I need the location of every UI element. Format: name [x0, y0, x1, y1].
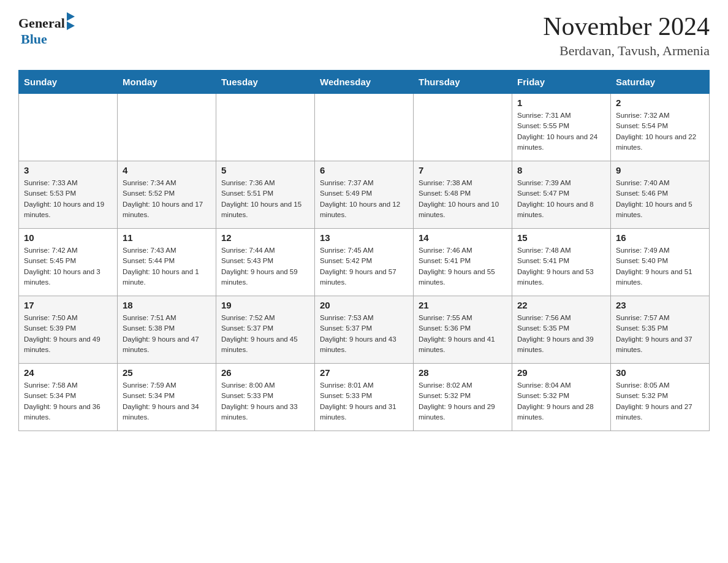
logo: General Blue: [18, 12, 75, 47]
calendar-cell: 23Sunrise: 7:57 AM Sunset: 5:35 PM Dayli…: [611, 296, 710, 364]
calendar-cell: [216, 94, 315, 161]
calendar-cell: 4Sunrise: 7:34 AM Sunset: 5:52 PM Daylig…: [118, 161, 216, 229]
day-info: Sunrise: 8:05 AM Sunset: 5:32 PM Dayligh…: [616, 380, 704, 423]
day-number: 21: [419, 300, 507, 310]
day-number: 9: [616, 165, 704, 175]
calendar-week-row: 1Sunrise: 7:31 AM Sunset: 5:55 PM Daylig…: [19, 94, 710, 161]
day-number: 12: [221, 232, 309, 243]
day-number: 23: [616, 300, 704, 310]
calendar-cell: 5Sunrise: 7:36 AM Sunset: 5:51 PM Daylig…: [216, 161, 315, 229]
day-info: Sunrise: 7:46 AM Sunset: 5:41 PM Dayligh…: [419, 245, 507, 288]
calendar-cell: 28Sunrise: 8:02 AM Sunset: 5:32 PM Dayli…: [414, 364, 512, 431]
day-info: Sunrise: 8:02 AM Sunset: 5:32 PM Dayligh…: [419, 380, 507, 423]
day-info: Sunrise: 7:37 AM Sunset: 5:49 PM Dayligh…: [320, 178, 408, 220]
day-number: 19: [221, 300, 309, 310]
calendar-cell: 18Sunrise: 7:51 AM Sunset: 5:38 PM Dayli…: [118, 296, 216, 364]
day-number: 16: [616, 232, 704, 243]
title-block: November 2024 Berdavan, Tavush, Armenia: [543, 12, 710, 59]
day-number: 13: [320, 232, 408, 243]
logo-general-text: General: [18, 15, 65, 31]
day-number: 20: [320, 300, 408, 310]
calendar-cell: 27Sunrise: 8:01 AM Sunset: 5:33 PM Dayli…: [315, 364, 414, 431]
calendar-cell: [118, 94, 216, 161]
day-number: 6: [320, 165, 408, 175]
day-info: Sunrise: 7:42 AM Sunset: 5:45 PM Dayligh…: [24, 245, 112, 288]
logo-blue-text: Blue: [21, 31, 47, 47]
calendar-cell: 24Sunrise: 7:58 AM Sunset: 5:34 PM Dayli…: [19, 364, 118, 431]
calendar-cell: 30Sunrise: 8:05 AM Sunset: 5:32 PM Dayli…: [611, 364, 710, 431]
page-subtitle: Berdavan, Tavush, Armenia: [543, 43, 710, 59]
day-info: Sunrise: 7:34 AM Sunset: 5:52 PM Dayligh…: [123, 178, 211, 220]
calendar-cell: 21Sunrise: 7:55 AM Sunset: 5:36 PM Dayli…: [414, 296, 512, 364]
day-number: 5: [221, 165, 309, 175]
calendar-cell: 9Sunrise: 7:40 AM Sunset: 5:46 PM Daylig…: [611, 161, 710, 229]
day-number: 10: [24, 232, 112, 243]
day-number: 29: [517, 367, 605, 378]
day-number: 2: [616, 98, 704, 108]
day-info: Sunrise: 7:49 AM Sunset: 5:40 PM Dayligh…: [616, 245, 704, 288]
calendar-cell: 15Sunrise: 7:48 AM Sunset: 5:41 PM Dayli…: [512, 229, 611, 296]
calendar-cell: 13Sunrise: 7:45 AM Sunset: 5:42 PM Dayli…: [315, 229, 414, 296]
day-info: Sunrise: 7:57 AM Sunset: 5:35 PM Dayligh…: [616, 313, 704, 355]
day-number: 28: [419, 367, 507, 378]
day-info: Sunrise: 7:52 AM Sunset: 5:37 PM Dayligh…: [221, 313, 309, 355]
calendar-cell: 29Sunrise: 8:04 AM Sunset: 5:32 PM Dayli…: [512, 364, 611, 431]
day-number: 11: [123, 232, 211, 243]
day-number: 22: [517, 300, 605, 310]
day-number: 4: [123, 165, 211, 175]
calendar-cell: 16Sunrise: 7:49 AM Sunset: 5:40 PM Dayli…: [611, 229, 710, 296]
day-number: 26: [221, 367, 309, 378]
day-info: Sunrise: 7:39 AM Sunset: 5:47 PM Dayligh…: [517, 178, 605, 220]
day-info: Sunrise: 8:01 AM Sunset: 5:33 PM Dayligh…: [320, 380, 408, 423]
calendar-cell: 11Sunrise: 7:43 AM Sunset: 5:44 PM Dayli…: [118, 229, 216, 296]
day-number: 27: [320, 367, 408, 378]
calendar-cell: 14Sunrise: 7:46 AM Sunset: 5:41 PM Dayli…: [414, 229, 512, 296]
day-info: Sunrise: 7:43 AM Sunset: 5:44 PM Dayligh…: [123, 245, 211, 288]
day-info: Sunrise: 7:33 AM Sunset: 5:53 PM Dayligh…: [24, 178, 112, 220]
calendar-cell: 12Sunrise: 7:44 AM Sunset: 5:43 PM Dayli…: [216, 229, 315, 296]
calendar-week-row: 24Sunrise: 7:58 AM Sunset: 5:34 PM Dayli…: [19, 364, 710, 431]
day-number: 18: [123, 300, 211, 310]
calendar-cell: 20Sunrise: 7:53 AM Sunset: 5:37 PM Dayli…: [315, 296, 414, 364]
day-info: Sunrise: 7:32 AM Sunset: 5:54 PM Dayligh…: [616, 110, 704, 153]
calendar-cell: 10Sunrise: 7:42 AM Sunset: 5:45 PM Dayli…: [19, 229, 118, 296]
header-saturday: Saturday: [611, 71, 710, 94]
day-info: Sunrise: 8:04 AM Sunset: 5:32 PM Dayligh…: [517, 380, 605, 423]
day-info: Sunrise: 7:51 AM Sunset: 5:38 PM Dayligh…: [123, 313, 211, 355]
header-tuesday: Tuesday: [216, 71, 315, 94]
day-info: Sunrise: 7:50 AM Sunset: 5:39 PM Dayligh…: [24, 313, 112, 355]
calendar-cell: 2Sunrise: 7:32 AM Sunset: 5:54 PM Daylig…: [611, 94, 710, 161]
day-number: 17: [24, 300, 112, 310]
calendar-cell: 8Sunrise: 7:39 AM Sunset: 5:47 PM Daylig…: [512, 161, 611, 229]
day-info: Sunrise: 8:00 AM Sunset: 5:33 PM Dayligh…: [221, 380, 309, 423]
day-info: Sunrise: 7:45 AM Sunset: 5:42 PM Dayligh…: [320, 245, 408, 288]
calendar-cell: 25Sunrise: 7:59 AM Sunset: 5:34 PM Dayli…: [118, 364, 216, 431]
calendar-header-row: SundayMondayTuesdayWednesdayThursdayFrid…: [19, 71, 710, 94]
header-wednesday: Wednesday: [315, 71, 414, 94]
day-number: 7: [419, 165, 507, 175]
header-friday: Friday: [512, 71, 611, 94]
header-monday: Monday: [118, 71, 216, 94]
calendar-cell: 26Sunrise: 8:00 AM Sunset: 5:33 PM Dayli…: [216, 364, 315, 431]
calendar-cell: [19, 94, 118, 161]
calendar-week-row: 3Sunrise: 7:33 AM Sunset: 5:53 PM Daylig…: [19, 161, 710, 229]
day-info: Sunrise: 7:36 AM Sunset: 5:51 PM Dayligh…: [221, 178, 309, 220]
day-info: Sunrise: 7:38 AM Sunset: 5:48 PM Dayligh…: [419, 178, 507, 220]
day-info: Sunrise: 7:48 AM Sunset: 5:41 PM Dayligh…: [517, 245, 605, 288]
day-info: Sunrise: 7:44 AM Sunset: 5:43 PM Dayligh…: [221, 245, 309, 288]
day-number: 14: [419, 232, 507, 243]
day-number: 24: [24, 367, 112, 378]
header-sunday: Sunday: [19, 71, 118, 94]
day-number: 25: [123, 367, 211, 378]
day-info: Sunrise: 7:40 AM Sunset: 5:46 PM Dayligh…: [616, 178, 704, 220]
day-number: 15: [517, 232, 605, 243]
calendar-cell: [315, 94, 414, 161]
calendar-cell: 17Sunrise: 7:50 AM Sunset: 5:39 PM Dayli…: [19, 296, 118, 364]
day-number: 1: [517, 98, 605, 108]
day-info: Sunrise: 7:55 AM Sunset: 5:36 PM Dayligh…: [419, 313, 507, 355]
day-number: 30: [616, 367, 704, 378]
calendar-week-row: 10Sunrise: 7:42 AM Sunset: 5:45 PM Dayli…: [19, 229, 710, 296]
day-number: 8: [517, 165, 605, 175]
day-info: Sunrise: 7:31 AM Sunset: 5:55 PM Dayligh…: [517, 110, 605, 153]
page-title: November 2024: [543, 12, 710, 40]
